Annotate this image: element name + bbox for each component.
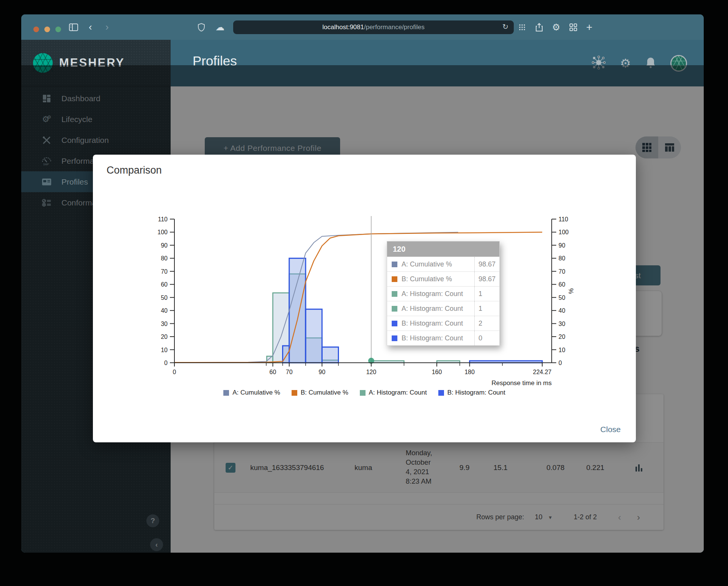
legend-swatch bbox=[360, 390, 366, 396]
tooltip-row: A: Cumulative %98.67 bbox=[387, 257, 499, 271]
settings-gear-icon[interactable]: ⚙ bbox=[552, 14, 560, 40]
url-path: /performance/profiles bbox=[364, 24, 425, 31]
svg-text:160: 160 bbox=[432, 369, 442, 375]
svg-text:0: 0 bbox=[173, 369, 176, 375]
series-swatch bbox=[392, 262, 397, 267]
sidebar-toggle-icon[interactable] bbox=[69, 14, 78, 40]
svg-text:60: 60 bbox=[559, 281, 565, 288]
tooltip-row: B: Cumulative %98.67 bbox=[387, 271, 499, 286]
svg-text:70: 70 bbox=[161, 268, 168, 275]
modal-title: Comparison bbox=[107, 165, 162, 176]
svg-text:224.27: 224.27 bbox=[533, 369, 552, 375]
svg-text:%: % bbox=[567, 288, 574, 294]
svg-text:90: 90 bbox=[318, 369, 325, 375]
legend-item[interactable]: A: Cumulative % bbox=[223, 389, 280, 396]
svg-text:80: 80 bbox=[161, 255, 168, 262]
tooltip-row: B: Histogram: Count0 bbox=[387, 331, 499, 345]
svg-text:50: 50 bbox=[161, 295, 168, 301]
series-swatch bbox=[392, 306, 397, 312]
browser-chrome: ‹ › ☁ localhost:9081/performance/profile… bbox=[21, 14, 704, 40]
svg-text:40: 40 bbox=[559, 307, 565, 314]
tooltip-series-value: 0 bbox=[474, 331, 499, 345]
legend-swatch bbox=[438, 390, 444, 396]
svg-text:180: 180 bbox=[464, 369, 475, 375]
tooltip-series-value: 98.67 bbox=[474, 257, 499, 271]
svg-text:70: 70 bbox=[559, 268, 565, 275]
tab-overview-icon[interactable] bbox=[570, 14, 577, 40]
legend-label: A: Histogram: Count bbox=[369, 389, 427, 396]
tooltip-row: A: Histogram: Count1 bbox=[387, 286, 499, 301]
tooltip-series-value: 1 bbox=[474, 287, 499, 301]
close-button[interactable]: Close bbox=[600, 425, 621, 434]
svg-text:0: 0 bbox=[164, 360, 168, 366]
tooltip-series-label: A: Cumulative % bbox=[402, 260, 474, 268]
series-swatch bbox=[392, 276, 397, 282]
tooltip-series-label: A: Histogram: Count bbox=[402, 305, 474, 313]
forward-button[interactable]: › bbox=[105, 14, 109, 40]
svg-text:120: 120 bbox=[366, 369, 377, 375]
svg-text:100: 100 bbox=[157, 229, 168, 235]
svg-text:0: 0 bbox=[559, 360, 562, 366]
series-swatch bbox=[392, 335, 397, 341]
tooltip-series-value: 1 bbox=[474, 301, 499, 316]
legend-label: B: Histogram: Count bbox=[447, 389, 505, 396]
legend-item[interactable]: B: Histogram: Count bbox=[438, 389, 505, 396]
svg-text:110: 110 bbox=[158, 216, 168, 222]
legend-label: A: Cumulative % bbox=[232, 389, 280, 396]
reload-icon[interactable]: ↻ bbox=[502, 22, 508, 31]
comparison-modal: Comparison 00101020203030404050506060707… bbox=[93, 155, 636, 442]
svg-text:80: 80 bbox=[559, 255, 565, 262]
traffic-lights bbox=[33, 27, 61, 32]
back-button[interactable]: ‹ bbox=[89, 14, 92, 40]
url-bar[interactable]: localhost:9081/performance/profiles ↻ bbox=[233, 20, 514, 34]
svg-text:90: 90 bbox=[161, 242, 168, 249]
tooltip-series-label: B: Cumulative % bbox=[402, 275, 474, 283]
svg-text:10: 10 bbox=[161, 347, 168, 353]
zoom-window-button[interactable] bbox=[55, 27, 61, 32]
url-host: localhost:9081 bbox=[322, 24, 364, 31]
svg-text:60: 60 bbox=[161, 281, 168, 288]
svg-text:90: 90 bbox=[559, 242, 565, 249]
tooltip-series-value: 98.67 bbox=[474, 272, 499, 286]
svg-text:Response time in ms: Response time in ms bbox=[491, 379, 552, 387]
svg-text:60: 60 bbox=[270, 369, 276, 375]
share-icon[interactable] bbox=[535, 14, 543, 40]
chart-tooltip: 120 A: Cumulative %98.67B: Cumulative %9… bbox=[387, 241, 500, 346]
series-swatch bbox=[392, 321, 397, 326]
svg-text:50: 50 bbox=[559, 295, 565, 301]
legend-label: B: Cumulative % bbox=[301, 389, 348, 396]
extensions-grid-icon[interactable] bbox=[519, 14, 526, 40]
tooltip-series-value: 2 bbox=[474, 316, 499, 331]
legend-swatch bbox=[292, 390, 297, 396]
svg-text:100: 100 bbox=[559, 229, 569, 235]
svg-text:30: 30 bbox=[559, 321, 565, 327]
close-window-button[interactable] bbox=[33, 27, 39, 32]
series-swatch bbox=[392, 291, 397, 297]
tooltip-row: B: Histogram: Count2 bbox=[387, 316, 499, 331]
comparison-chart: 0010102020303040405050606070708080909010… bbox=[142, 212, 582, 405]
svg-text:110: 110 bbox=[559, 216, 568, 222]
svg-text:70: 70 bbox=[286, 369, 293, 375]
tooltip-series-label: B: Histogram: Count bbox=[402, 320, 474, 327]
tooltip-row: A: Histogram: Count1 bbox=[387, 301, 499, 316]
shield-icon[interactable] bbox=[198, 14, 205, 40]
minimize-window-button[interactable] bbox=[44, 27, 50, 32]
svg-text:20: 20 bbox=[559, 334, 565, 340]
legend-item[interactable]: B: Cumulative % bbox=[292, 389, 348, 396]
browser-window: ‹ › ☁ localhost:9081/performance/profile… bbox=[21, 14, 704, 553]
svg-text:10: 10 bbox=[559, 347, 565, 353]
cloud-icon[interactable]: ☁ bbox=[215, 14, 224, 40]
legend-swatch bbox=[223, 390, 229, 396]
tooltip-header: 120 bbox=[387, 241, 499, 257]
new-tab-icon[interactable]: + bbox=[586, 14, 592, 40]
svg-text:30: 30 bbox=[161, 321, 168, 327]
svg-text:20: 20 bbox=[161, 334, 168, 340]
legend-item[interactable]: A: Histogram: Count bbox=[360, 389, 427, 396]
svg-text:40: 40 bbox=[161, 307, 168, 314]
tooltip-series-label: B: Histogram: Count bbox=[402, 334, 474, 342]
tooltip-series-label: A: Histogram: Count bbox=[402, 290, 474, 298]
chart-legend: A: Cumulative %B: Cumulative %A: Histogr… bbox=[93, 389, 636, 396]
